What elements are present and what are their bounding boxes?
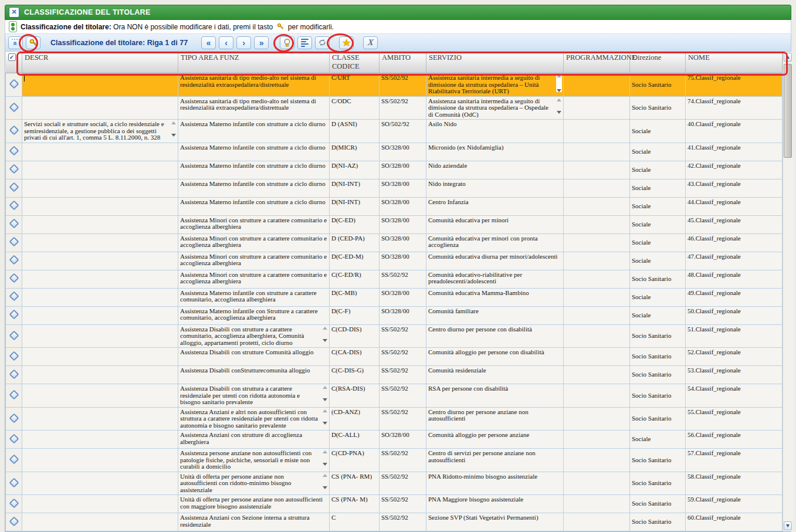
cell-classe-codice[interactable]: D(C-ED-M) bbox=[330, 252, 380, 270]
cell-tipo-area-funz[interactable]: Assistenza Anziani con Sezione interna a… bbox=[178, 513, 330, 531]
row-gutter-cell[interactable] bbox=[6, 143, 22, 161]
cell-classe-codice[interactable]: D(C-ED) bbox=[330, 215, 380, 233]
cell-direzione[interactable]: Socio Sanitario bbox=[630, 348, 686, 366]
cell-nome[interactable]: 43.Classif_regionale bbox=[686, 179, 783, 197]
row-select-icon[interactable] bbox=[9, 477, 19, 487]
cell-nome[interactable]: 41.Classif_regionale bbox=[686, 143, 783, 161]
row-gutter-cell[interactable] bbox=[6, 252, 22, 270]
cell-programmazione[interactable] bbox=[564, 449, 630, 472]
cell-ambito[interactable]: SO/328/00 bbox=[380, 252, 426, 270]
row-select-icon[interactable] bbox=[9, 310, 19, 320]
cell-nome[interactable]: 53.Classif_regionale bbox=[686, 366, 783, 384]
cell-servizio[interactable]: Comunità alloggio per persone anziane bbox=[426, 431, 564, 449]
cell-ambito[interactable]: SO/328/00 bbox=[380, 233, 426, 252]
cell-direzione[interactable]: Sociale bbox=[630, 179, 686, 197]
row-gutter-cell[interactable] bbox=[6, 366, 22, 384]
cell-programmazione[interactable] bbox=[564, 472, 630, 495]
cell-descr[interactable] bbox=[22, 384, 178, 408]
row-select-icon[interactable] bbox=[9, 126, 19, 135]
cell-direzione[interactable]: Socio Sanitario bbox=[630, 407, 686, 431]
cell-servizio[interactable]: Comunità familiare bbox=[426, 306, 564, 324]
table-row[interactable]: Assistenza Materno infantile con struttu… bbox=[6, 179, 783, 197]
cell-direzione[interactable]: Sociale bbox=[630, 233, 686, 252]
cell-scroll-arrows[interactable] bbox=[322, 386, 328, 401]
cell-direzione[interactable]: Socio Sanitario bbox=[630, 96, 686, 120]
table-row[interactable]: Assistenza Minori con strutture a caratt… bbox=[6, 252, 783, 270]
close-icon[interactable]: ✕ bbox=[9, 7, 19, 18]
cell-nome[interactable]: 45.Classif_regionale bbox=[686, 215, 783, 233]
row-gutter-cell[interactable] bbox=[6, 431, 22, 449]
cell-descr[interactable] bbox=[22, 215, 178, 233]
cell-descr[interactable] bbox=[22, 472, 178, 495]
cell-servizio[interactable]: RSA per persone con disabilità bbox=[426, 384, 564, 408]
cell-direzione[interactable]: Sociale bbox=[630, 252, 686, 270]
table-row[interactable]: Assistenza Minori con strutture a caratt… bbox=[6, 233, 783, 252]
cell-nome[interactable]: 47.Classif_regionale bbox=[686, 252, 783, 270]
table-row[interactable]: Assistenza Materno infantile con struttu… bbox=[6, 197, 783, 215]
table-row[interactable]: Assistenza Minori con strutture a caratt… bbox=[6, 215, 783, 233]
row-select-icon[interactable] bbox=[9, 273, 19, 283]
excel-export-icon[interactable]: X bbox=[363, 36, 378, 49]
cell-nome[interactable]: 60.Classif_regionale bbox=[686, 513, 783, 531]
row-select-icon[interactable] bbox=[9, 390, 19, 400]
cell-ambito[interactable]: SS/502/92 bbox=[380, 270, 426, 288]
cell-ambito[interactable]: SO/328/00 bbox=[380, 306, 426, 324]
cell-servizio[interactable]: PNA Ridotto-minimo bisogno assitenziale bbox=[426, 472, 564, 495]
table-row[interactable]: Assistenza sanitaria di tipo medio-alto … bbox=[6, 96, 783, 120]
cell-programmazione[interactable] bbox=[564, 270, 630, 288]
cell-programmazione[interactable] bbox=[564, 348, 630, 366]
cell-classe-codice[interactable]: D (CED-PA) bbox=[330, 233, 380, 252]
cell-ambito[interactable]: SO/328/00 bbox=[380, 431, 426, 449]
cell-servizio[interactable]: Assistenza sanitaria intermedia a seguit… bbox=[426, 96, 564, 120]
cell-ambito[interactable]: SO/328/00 bbox=[380, 179, 426, 197]
cell-descr[interactable] bbox=[22, 495, 178, 513]
table-row[interactable]: Assistenza Anziani con strutture di acco… bbox=[6, 431, 783, 449]
cell-ambito[interactable]: SS/502/92 bbox=[380, 96, 426, 120]
cell-ambito[interactable]: SS/502/92 bbox=[380, 472, 426, 495]
cell-tipo-area-funz[interactable]: Assistenza Anziani con strutture di acco… bbox=[178, 431, 330, 449]
row-select-icon[interactable] bbox=[9, 413, 19, 423]
cell-programmazione[interactable] bbox=[564, 233, 630, 252]
cell-tipo-area-funz[interactable]: Assistenza sanitaria di tipo medio-alto … bbox=[178, 96, 330, 120]
column-header-programmazione[interactable]: PROGRAMMAZIONE bbox=[564, 52, 630, 73]
table-row[interactable]: Unità di offerta per persone anziane non… bbox=[6, 495, 783, 513]
cell-scroll-arrows[interactable] bbox=[556, 74, 562, 92]
cell-ambito[interactable]: SS/502/92 bbox=[380, 73, 426, 97]
cell-classe-codice[interactable]: C(CD-PNA) bbox=[330, 449, 380, 472]
cell-programmazione[interactable] bbox=[564, 384, 630, 408]
cell-descr[interactable] bbox=[22, 161, 178, 179]
cell-ambito[interactable]: SS/502/92 bbox=[380, 348, 426, 366]
cell-classe-codice[interactable]: D(NI-INT) bbox=[330, 179, 380, 197]
row-select-icon[interactable] bbox=[9, 369, 19, 379]
collapse-toolbar-icon[interactable]: « bbox=[8, 36, 23, 49]
table-row[interactable]: Assistenza Materno infantile con struttu… bbox=[6, 161, 783, 179]
cell-nome[interactable]: 57.Classif_regionale bbox=[686, 449, 783, 472]
cell-servizio[interactable]: Asilo Nido bbox=[426, 120, 564, 143]
cell-nome[interactable]: 74.Classif_regionale bbox=[686, 96, 783, 120]
cell-tipo-area-funz[interactable]: Assistenza Materno infantile con struttu… bbox=[178, 120, 330, 143]
cell-nome[interactable]: 49.Classif_regionale bbox=[686, 288, 783, 306]
cell-descr[interactable] bbox=[22, 324, 178, 348]
row-select-icon[interactable] bbox=[9, 498, 19, 508]
cell-programmazione[interactable] bbox=[564, 495, 630, 513]
cell-classe-codice[interactable]: D(NI-INT) bbox=[330, 197, 380, 215]
cell-programmazione[interactable] bbox=[564, 179, 630, 197]
cell-nome[interactable]: 46.Classif_regionale bbox=[686, 233, 783, 252]
cell-direzione[interactable]: Sociale bbox=[630, 215, 686, 233]
cell-descr[interactable] bbox=[22, 431, 178, 449]
cell-classe-codice[interactable]: D(MICR) bbox=[330, 143, 380, 161]
cell-nome[interactable]: 48.Classif_regionale bbox=[686, 270, 783, 288]
cell-classe-codice[interactable]: D(NI-AZ) bbox=[330, 161, 380, 179]
column-header-nome[interactable]: NOME bbox=[686, 52, 783, 73]
cell-nome[interactable]: 54.Classif_regionale bbox=[686, 384, 783, 408]
row-gutter-cell[interactable] bbox=[6, 161, 22, 179]
cell-descr[interactable] bbox=[22, 179, 178, 197]
row-select-icon[interactable] bbox=[9, 516, 19, 526]
column-header-direzione[interactable]: Direzione bbox=[630, 52, 686, 73]
cell-nome[interactable]: 40.Classif_regionale bbox=[686, 120, 783, 143]
cell-tipo-area-funz[interactable]: Assistenza persone anziane non autosuffi… bbox=[178, 449, 330, 472]
scroll-down-icon[interactable] bbox=[784, 521, 792, 530]
row-gutter-cell[interactable] bbox=[6, 120, 22, 143]
cell-tipo-area-funz[interactable]: Assistenza Minori con strutture a caratt… bbox=[178, 252, 330, 270]
table-row[interactable]: Assistenza persone anziane non autosuffi… bbox=[6, 449, 783, 472]
